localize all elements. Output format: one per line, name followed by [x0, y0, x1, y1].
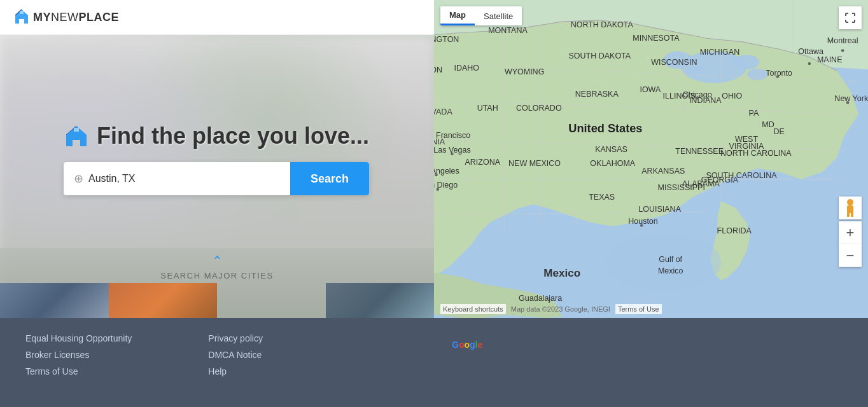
svg-text:DE: DE — [773, 127, 784, 136]
pegman-icon — [843, 198, 858, 217]
svg-text:MICHIGAN: MICHIGAN — [700, 48, 740, 57]
svg-text:NORTH DAKOTA: NORTH DAKOTA — [571, 20, 634, 29]
hero-title: Find the place you love... — [64, 123, 369, 149]
svg-point-67 — [841, 49, 844, 52]
svg-text:Los Angeles: Los Angeles — [434, 167, 459, 176]
svg-text:IDAHO: IDAHO — [454, 64, 479, 72]
svg-text:MINNESOTA: MINNESOTA — [633, 34, 680, 43]
logo: MYNEWPLACE — [13, 8, 119, 26]
svg-text:Montreal: Montreal — [827, 36, 858, 45]
svg-text:Gulf of: Gulf of — [659, 255, 682, 264]
search-input-wrapper: ⊕ — [64, 162, 290, 195]
fullscreen-button[interactable] — [839, 6, 862, 29]
svg-text:TENNESSEE: TENNESSEE — [675, 147, 724, 156]
svg-text:Houston: Houston — [628, 217, 658, 226]
header: MYNEWPLACE — [0, 0, 434, 35]
map-data-text: Map data ©2023 Google, INEGI — [511, 305, 610, 313]
map-panel: WASHINGTON MONTANA NORTH DAKOTA MINNESOT… — [434, 0, 868, 318]
svg-text:MONTANA: MONTANA — [488, 26, 528, 35]
svg-text:ARKANSAS: ARKANSAS — [641, 167, 685, 176]
svg-point-61 — [695, 97, 698, 100]
svg-text:SOUTH DAKOTA: SOUTH DAKOTA — [568, 52, 631, 60]
svg-rect-1 — [74, 128, 79, 132]
location-icon: ⊕ — [74, 172, 83, 186]
cities-label: SEARCH MAJOR CITIES — [160, 271, 273, 280]
pegman-control[interactable] — [839, 197, 862, 219]
svg-point-6 — [687, 66, 704, 76]
hero-headline: Find the place you love... — [97, 123, 369, 149]
svg-text:Mexico: Mexico — [658, 266, 683, 275]
footer-left: Equal Housing Opportunity Broker License… — [25, 333, 132, 376]
logo-text: MYNEWPLACE — [33, 11, 119, 24]
city-thumb-seattle[interactable] — [326, 283, 435, 318]
svg-text:NEBRASKA: NEBRASKA — [575, 90, 619, 99]
svg-text:WISCONSIN: WISCONSIN — [651, 58, 697, 67]
search-input[interactable] — [88, 173, 280, 184]
svg-text:OREGON: OREGON — [434, 66, 442, 74]
svg-text:NEVADA: NEVADA — [434, 107, 452, 116]
svg-point-88 — [847, 199, 853, 205]
keyboard-shortcuts-button[interactable]: Keyboard shortcuts — [440, 304, 506, 314]
svg-text:COLORADO: COLORADO — [516, 104, 562, 113]
svg-text:Mexico: Mexico — [543, 267, 580, 279]
svg-text:New York: New York — [834, 94, 868, 103]
google-map-logo: Google — [452, 340, 482, 350]
footer-privacy-policy-link[interactable]: Privacy policy — [208, 333, 263, 343]
footer-equal-housing-link[interactable]: Equal Housing Opportunity — [25, 333, 132, 343]
svg-text:LOUISIANA: LOUISIANA — [638, 205, 681, 214]
footer-broker-licenses-link[interactable]: Broker Licenses — [25, 350, 132, 360]
svg-text:United States: United States — [568, 122, 642, 135]
svg-text:OKLAHOMA: OKLAHOMA — [590, 159, 636, 168]
map-type-satellite-button[interactable]: Satellite — [475, 6, 522, 25]
svg-text:SOUTH CAROLINA: SOUTH CAROLINA — [706, 171, 777, 180]
svg-text:TEXAS: TEXAS — [589, 193, 615, 202]
svg-point-65 — [808, 62, 811, 66]
svg-text:FLORIDA: FLORIDA — [717, 226, 752, 235]
zoom-controls: + − — [839, 221, 862, 267]
city-thumbnails — [0, 283, 434, 318]
footer: Equal Housing Opportunity Broker License… — [0, 318, 868, 407]
footer-terms-of-use-link[interactable]: Terms of Use — [25, 366, 132, 376]
footer-dmca-notice-link[interactable]: DMCA Notice — [208, 350, 263, 360]
zoom-in-button[interactable]: + — [839, 221, 862, 244]
svg-text:Toronto: Toronto — [766, 69, 792, 78]
svg-rect-89 — [847, 205, 853, 213]
svg-text:ARIZONA: ARIZONA — [465, 158, 500, 167]
footer-right: Privacy policy DMCA Notice Help — [208, 333, 263, 376]
svg-text:PA: PA — [748, 109, 759, 118]
svg-point-75 — [435, 174, 438, 177]
svg-point-63 — [776, 75, 780, 78]
svg-text:MD: MD — [762, 120, 774, 129]
map-svg: WASHINGTON MONTANA NORTH DAKOTA MINNESOT… — [434, 0, 868, 318]
svg-text:WASHINGTON: WASHINGTON — [434, 35, 459, 44]
city-thumb-dallas[interactable] — [109, 283, 218, 318]
svg-text:WYOMING: WYOMING — [505, 67, 545, 76]
svg-point-5 — [734, 55, 760, 69]
svg-text:MAINE: MAINE — [817, 55, 843, 64]
svg-point-77 — [437, 188, 440, 191]
hero-content: Find the place you love... ⊕ Search — [0, 35, 434, 283]
map-attribution: Keyboard shortcuts Map data ©2023 Google… — [440, 304, 662, 314]
svg-point-59 — [640, 224, 643, 227]
svg-text:UTAH: UTAH — [477, 104, 498, 113]
fullscreen-icon — [845, 13, 855, 23]
svg-rect-90 — [847, 212, 850, 217]
svg-text:Guadalajara: Guadalajara — [519, 294, 562, 303]
search-bar: ⊕ Search — [64, 162, 369, 195]
city-thumb-chicago[interactable] — [217, 283, 326, 318]
map-type-controls: Map Satellite — [440, 6, 522, 25]
logo-icon — [13, 8, 31, 26]
footer-help-link[interactable]: Help — [208, 366, 263, 376]
terms-of-use-button[interactable]: Terms of Use — [615, 304, 662, 314]
map-type-map-button[interactable]: Map — [440, 6, 475, 25]
svg-point-73 — [451, 153, 454, 156]
zoom-out-button[interactable]: − — [839, 244, 862, 267]
svg-text:OHIO: OHIO — [722, 92, 742, 100]
svg-text:KANSAS: KANSAS — [595, 145, 627, 154]
chevron-up-icon: ⌃ — [212, 253, 223, 268]
svg-text:VIRGINIA: VIRGINIA — [729, 142, 765, 151]
city-thumb-new-york[interactable] — [0, 283, 109, 318]
svg-rect-0 — [20, 11, 24, 14]
svg-text:NEW MEXICO: NEW MEXICO — [508, 159, 561, 168]
search-button[interactable]: Search — [290, 162, 369, 195]
